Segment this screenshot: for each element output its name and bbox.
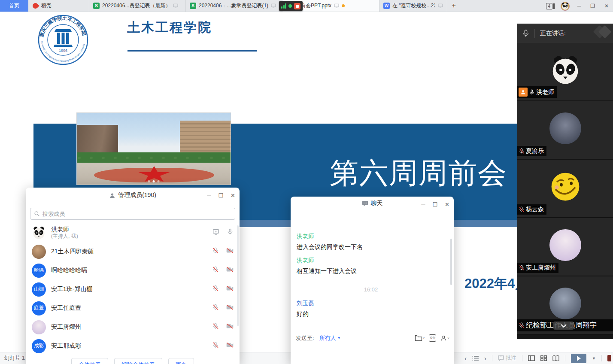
slide-indicator: 幻灯片 1: [4, 355, 25, 362]
meeting-float-widget[interactable]: [279, 1, 303, 11]
maximize-icon[interactable]: ☐: [432, 201, 437, 208]
participant-tiles: 洪老师 夏渝乐 杨云森 安工唐燿州 纪检部工作人员周翔宇: [517, 43, 613, 335]
mic-muted-icon: [519, 206, 525, 212]
chevron-down-icon: ˅: [423, 336, 425, 340]
mic-muted-icon[interactable]: [212, 304, 219, 312]
announcement-button[interactable]: 公告: [429, 334, 436, 342]
restore-button[interactable]: ❐: [589, 3, 597, 9]
member-name: 安工任庭萱: [51, 304, 81, 312]
tab-home[interactable]: 首页: [0, 0, 28, 12]
file-transfer-button[interactable]: ˅: [415, 335, 425, 341]
member-name: 安工1班-郑山棚: [51, 285, 92, 293]
participant-tile[interactable]: 洪老师: [517, 43, 613, 101]
comment-plus-icon: [498, 355, 504, 361]
member-row[interactable]: 成彩 安工邢成彩: [26, 337, 240, 355]
chat-window-header[interactable]: 聊天 ─ ☐ ✕: [291, 197, 454, 210]
mic-muted-icon[interactable]: [212, 285, 219, 294]
member-row[interactable]: 洪老师(主持人, 我): [26, 223, 240, 242]
camera-off-icon[interactable]: [226, 342, 234, 350]
play-icon: [577, 356, 581, 361]
close-button[interactable]: ✕: [603, 3, 610, 9]
participant-tile[interactable]: 安工唐燿州: [517, 218, 613, 276]
new-tab-button[interactable]: ＋: [447, 0, 460, 12]
slide-list-icon[interactable]: [472, 355, 479, 361]
slideshow-play-button[interactable]: [571, 354, 586, 363]
minimize-button[interactable]: ─: [576, 3, 583, 9]
minimize-icon[interactable]: ─: [421, 201, 425, 208]
minimize-icon[interactable]: ─: [207, 192, 211, 199]
member-search-input[interactable]: [42, 211, 231, 217]
mic-muted-icon[interactable]: [212, 323, 219, 331]
account-avatar[interactable]: [561, 2, 570, 11]
mic-muted-icon[interactable]: [212, 342, 219, 350]
annotate-label: 批注: [506, 355, 516, 362]
camera-off-icon[interactable]: [226, 304, 234, 312]
folder-icon: [415, 335, 422, 341]
mic-muted-icon: [519, 322, 525, 328]
camera-off-icon[interactable]: [226, 248, 234, 255]
tab-label: 在 "遵守校规校...220406）: [392, 2, 435, 9]
logo-year: 1996: [59, 49, 67, 53]
members-footer-buttons: 全体静音解除全体静音更多: [26, 358, 240, 364]
close-icon[interactable]: ✕: [231, 192, 235, 199]
member-avatar: [32, 245, 46, 259]
send-to-selector[interactable]: 所有人▼: [319, 334, 341, 342]
display-icon: [173, 3, 178, 8]
window-manage-button[interactable]: 4: [546, 3, 555, 9]
member-message-button[interactable]: ˅: [440, 335, 449, 341]
chat-footer: 发送至: 所有人▼ ˅ 公告 ˅: [291, 332, 454, 344]
member-search-box[interactable]: [30, 208, 235, 220]
meeting-app-icon: [294, 3, 300, 9]
chat-input[interactable]: [291, 344, 454, 364]
member-name: 洪老师(主持人, 我): [51, 226, 78, 240]
tab-doc[interactable]: W 在 "遵守校规校...220406）: [379, 0, 447, 12]
tab-sheet[interactable]: S 20220406...员登记表（最新）: [89, 0, 186, 12]
prev-slide-button[interactable]: ‹: [464, 355, 467, 362]
close-icon[interactable]: ✕: [445, 201, 449, 208]
member-row[interactable]: 山棚 安工1班-郑山棚: [26, 280, 240, 299]
mic-muted-icon[interactable]: [212, 247, 219, 256]
members-action-button[interactable]: 解除全体静音: [114, 358, 162, 364]
members-action-button[interactable]: 全体静音: [71, 358, 108, 364]
college-name: 土木工程学院: [127, 19, 212, 36]
host-badge-icon: [519, 88, 528, 97]
collapse-chevron-button[interactable]: [553, 322, 574, 330]
mic-on-icon[interactable]: [227, 228, 234, 237]
screen-share-icon[interactable]: [212, 228, 219, 237]
normal-view-button[interactable]: [528, 355, 535, 361]
display-icon: [271, 3, 276, 8]
member-row[interactable]: 哈嗝 啊哈哈哈哈嗝: [26, 261, 240, 280]
member-row[interactable]: 庭萱 安工任庭萱: [26, 299, 240, 318]
meeting-logo-watermark: [595, 27, 610, 36]
display-icon: [334, 3, 339, 8]
maximize-icon[interactable]: ☐: [218, 192, 223, 199]
next-slide-button[interactable]: ›: [484, 355, 486, 362]
chat-sender: 洪老师: [297, 233, 445, 240]
chat-text: 相互通知一下进入会议: [297, 267, 445, 275]
camera-off-icon[interactable]: [226, 323, 234, 331]
members-window-header[interactable]: 管理成员(190) ─ ☐ ✕: [26, 188, 240, 203]
slide-sorter-button[interactable]: [540, 355, 547, 361]
annotate-button[interactable]: 批注: [498, 355, 516, 362]
member-row[interactable]: 安工唐燿州: [26, 318, 240, 337]
tab-sheet[interactable]: S 20220406：...象学员登记表(1): [186, 0, 282, 12]
display-icon: [438, 3, 443, 8]
participant-tile[interactable]: 夏渝乐: [517, 101, 613, 160]
screen: 重庆三峡学院土木工程学院 School Of Civil Engineering…: [0, 0, 613, 364]
carousel-dots[interactable]: [148, 180, 160, 182]
camera-off-icon[interactable]: [226, 267, 234, 274]
camera-off-icon[interactable]: [226, 285, 234, 293]
speaking-bar: 正在讲话:: [517, 24, 613, 43]
chat-scrollbar[interactable]: [450, 239, 452, 285]
slideshow-dropdown-caret[interactable]: ▼: [592, 356, 596, 361]
participant-avatar: [549, 229, 581, 261]
reading-view-button[interactable]: [552, 355, 559, 361]
participant-tile[interactable]: 杨云森: [517, 160, 613, 218]
tab-docer[interactable]: 稻壳: [28, 0, 89, 12]
participant-name-label: 杨云森: [517, 204, 546, 215]
mic-muted-icon[interactable]: [212, 266, 219, 275]
member-list-scrollbar[interactable]: [237, 225, 239, 326]
member-row[interactable]: 21土木四班秦颜: [26, 242, 240, 261]
members-action-button[interactable]: 更多: [168, 358, 194, 364]
modified-dot-icon: [342, 4, 345, 7]
